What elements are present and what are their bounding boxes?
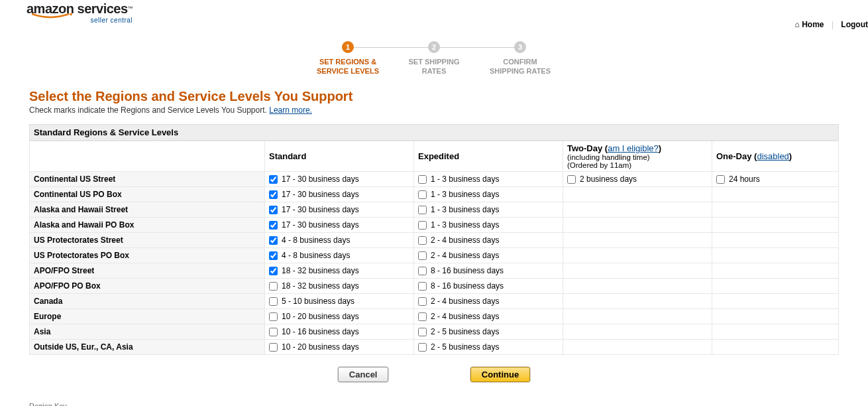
cell-empty xyxy=(712,324,839,340)
row-header: APO/FPO PO Box xyxy=(30,279,265,294)
cell-text: 17 - 30 business days xyxy=(282,205,359,214)
cell: 1 - 3 business days xyxy=(414,187,563,202)
table-row: APO/FPO PO Box18 - 32 business days8 - 1… xyxy=(30,279,839,294)
shipping-checkbox[interactable] xyxy=(269,343,278,352)
cell-empty xyxy=(712,248,839,263)
shipping-checkbox[interactable] xyxy=(418,175,427,184)
shipping-checkbox[interactable] xyxy=(269,282,278,291)
cell-empty xyxy=(712,218,839,233)
row-header: Outside US, Eur., CA, Asia xyxy=(30,340,265,355)
cell: 8 - 16 business days xyxy=(414,279,563,294)
shipping-checkbox[interactable] xyxy=(269,328,278,336)
cell: 2 - 5 business days xyxy=(414,324,563,340)
continue-button[interactable]: Continue xyxy=(470,367,530,382)
cell-text: 2 - 5 business days xyxy=(431,327,499,336)
shipping-checkbox[interactable] xyxy=(269,221,278,230)
th-expedited: Expedited xyxy=(414,141,563,172)
cell-empty xyxy=(712,340,839,355)
cell-text: 2 - 4 business days xyxy=(431,251,499,260)
cell-text: 2 - 4 business days xyxy=(431,312,499,321)
row-header: Canada xyxy=(30,294,265,309)
cell: 17 - 30 business days xyxy=(265,218,414,233)
cell: 1 - 3 business days xyxy=(414,202,563,218)
cell: 2 - 4 business days xyxy=(414,309,563,324)
shipping-checkbox[interactable] xyxy=(269,312,278,321)
row-header: Asia xyxy=(30,324,265,340)
table-row: Continental US Street17 - 30 business da… xyxy=(30,172,839,187)
shipping-checkbox[interactable] xyxy=(418,190,427,199)
cell: 2 - 4 business days xyxy=(414,233,563,248)
cell: 18 - 32 business days xyxy=(265,263,414,279)
row-header: Continental US Street xyxy=(30,172,265,187)
shipping-checkbox[interactable] xyxy=(269,190,278,199)
shipping-checkbox[interactable] xyxy=(269,297,278,306)
shipping-checkbox[interactable] xyxy=(269,175,278,184)
shipping-checkbox[interactable] xyxy=(418,328,427,336)
table-row: Outside US, Eur., CA, Asia10 - 20 busine… xyxy=(30,340,839,355)
cell: 5 - 10 business days xyxy=(265,294,414,309)
cell-empty xyxy=(712,279,839,294)
shipping-checkbox[interactable] xyxy=(269,267,278,275)
shipping-checkbox[interactable] xyxy=(418,251,427,260)
cell: 10 - 16 business days xyxy=(265,324,414,340)
table-row: Alaska and Hawaii Street17 - 30 business… xyxy=(30,202,839,218)
shipping-checkbox[interactable] xyxy=(418,297,427,306)
step-label: SET SHIPPINGRATES xyxy=(391,57,477,76)
shipping-checkbox[interactable] xyxy=(418,282,427,291)
step-circle: 1 xyxy=(342,41,354,53)
logout-link[interactable]: Logout xyxy=(841,20,868,29)
th-twoday-sub2: (Ordered by 11am) xyxy=(567,161,708,169)
shipping-checkbox[interactable] xyxy=(418,206,427,214)
cell: 4 - 8 business days xyxy=(265,248,414,263)
shipping-checkbox[interactable] xyxy=(269,236,278,245)
shipping-checkbox[interactable] xyxy=(418,312,427,321)
cell-text: 10 - 20 business days xyxy=(282,312,359,321)
table-row: Alaska and Hawaii PO Box17 - 30 business… xyxy=(30,218,839,233)
progress-stepper: 1SET REGIONS &SERVICE LEVELS2SET SHIPPIN… xyxy=(0,41,868,76)
cell-text: 1 - 3 business days xyxy=(431,220,499,230)
cell-text: 8 - 16 business days xyxy=(431,266,504,275)
cell-empty xyxy=(712,202,839,218)
cancel-button[interactable]: Cancel xyxy=(338,367,389,382)
shipping-checkbox[interactable] xyxy=(269,206,278,214)
row-header: US Protectorates Street xyxy=(30,233,265,248)
shipping-checkbox[interactable] xyxy=(418,221,427,230)
shipping-checkbox[interactable] xyxy=(418,267,427,275)
home-label: Home xyxy=(802,20,824,29)
shipping-checkbox[interactable] xyxy=(418,343,427,352)
cell: 18 - 32 business days xyxy=(265,279,414,294)
top-nav: ⌂ Home | Logout xyxy=(795,20,868,29)
step-circle: 2 xyxy=(428,41,440,53)
shipping-checkbox[interactable] xyxy=(418,236,427,245)
table-row: Asia10 - 16 business days2 - 5 business … xyxy=(30,324,839,340)
cell-empty xyxy=(563,309,712,324)
cell: 8 - 16 business days xyxy=(414,263,563,279)
cell-text: 4 - 8 business days xyxy=(282,251,350,260)
shipping-table: Standard Expedited Two-Day (am I eligibl… xyxy=(29,141,839,355)
learn-more-link[interactable]: Learn more. xyxy=(269,105,312,115)
cell: 2 - 4 business days xyxy=(414,294,563,309)
home-link[interactable]: ⌂ Home xyxy=(795,20,824,29)
shipping-checkbox[interactable] xyxy=(716,175,725,184)
cell-empty xyxy=(563,279,712,294)
two-day-eligible-link[interactable]: am I eligible? xyxy=(608,143,659,153)
nav-separator: | xyxy=(832,20,834,29)
cell-text: 10 - 20 business days xyxy=(282,342,359,352)
table-row: US Protectorates PO Box4 - 8 business da… xyxy=(30,248,839,263)
page-subtitle: Check marks indicate the Regions and Ser… xyxy=(29,105,839,115)
shipping-checkbox[interactable] xyxy=(567,175,576,184)
cell: 2 business days xyxy=(563,172,712,187)
cell-text: 1 - 3 business days xyxy=(431,190,499,199)
cell: 1 - 3 business days xyxy=(414,172,563,187)
cell-text: 8 - 16 business days xyxy=(431,281,504,291)
step-label: CONFIRMSHIPPING RATES xyxy=(477,57,563,76)
row-header: Continental US PO Box xyxy=(30,187,265,202)
cell-empty xyxy=(712,233,839,248)
cell: 24 hours xyxy=(712,172,839,187)
logo-text: amazon services™ xyxy=(27,3,133,15)
region-key-label: Region Key xyxy=(29,402,868,406)
row-header: Alaska and Hawaii PO Box xyxy=(30,218,265,233)
cell-text: 2 - 4 business days xyxy=(431,297,499,306)
one-day-disabled-link[interactable]: disabled xyxy=(757,151,788,161)
shipping-checkbox[interactable] xyxy=(269,251,278,260)
